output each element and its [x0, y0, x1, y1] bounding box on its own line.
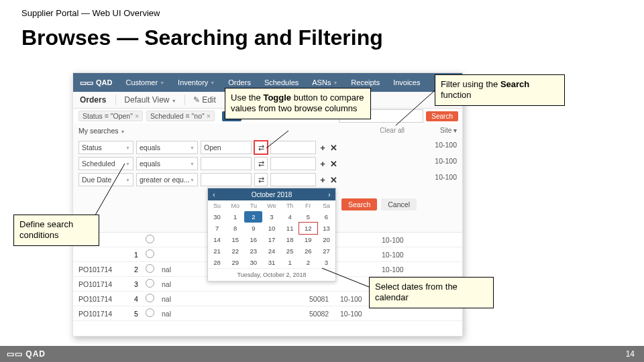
nav-receipts[interactable]: Receipts	[344, 78, 386, 86]
edit-link[interactable]: ✎ Edit	[188, 95, 221, 105]
nav-schedules[interactable]: Schedules	[258, 78, 305, 86]
field-select-1[interactable]: Status▼	[78, 141, 133, 154]
default-view-dropdown[interactable]: Default View ▼	[119, 95, 181, 105]
status-dot-icon	[146, 264, 154, 273]
callout-toggle: Use the Toggle button to compare values …	[225, 88, 371, 119]
remove-row-icon[interactable]: ✕	[329, 158, 337, 170]
criteria-cancel-button[interactable]: Cancel	[381, 198, 417, 210]
value2-input-3[interactable]	[270, 173, 316, 186]
calendar-week: 14151617181920	[208, 234, 335, 245]
field-select-2[interactable]: Scheduled▼	[78, 157, 133, 170]
remove-row-icon[interactable]: ✕	[329, 174, 337, 186]
operator-select-2[interactable]: equals▼	[136, 157, 198, 170]
nav-invoices[interactable]: Invoices	[386, 78, 427, 86]
toggle-button-1[interactable]: ⇄	[254, 141, 268, 154]
clear-all-link[interactable]: Clear all	[380, 127, 405, 134]
footer-logo: ▭▭ QAD	[0, 349, 52, 359]
nav-orders[interactable]: Orders	[221, 78, 258, 86]
remove-row-icon[interactable]: ✕	[329, 141, 337, 154]
my-searches-dropdown[interactable]: My searches ▼	[78, 127, 125, 135]
page-title: Browses — Searching and Filtering	[21, 25, 383, 50]
site-cell-2: 10-100	[425, 157, 457, 169]
status-dot-icon	[146, 249, 154, 258]
criteria-row-1: Status▼ equals▼ Open ⇄ + ✕	[78, 141, 337, 154]
criteria-panel: My searches ▼ Clear all Site ▾ Status▼ e…	[73, 123, 462, 233]
calendar-week: 28293031123	[208, 257, 335, 268]
browse-title: Orders	[73, 95, 113, 105]
slide-footer: ▭▭ QAD 14	[0, 346, 644, 362]
calendar-next-icon[interactable]: ›	[326, 191, 333, 198]
add-row-icon[interactable]: +	[319, 141, 327, 154]
calendar-week: 30123456	[208, 211, 335, 223]
criteria-search-button[interactable]: Search	[341, 198, 377, 210]
criteria-row-2: Scheduled▼ equals▼ ⇄ + ✕	[78, 157, 337, 170]
callout-search: Filter using the Search function	[435, 74, 565, 106]
add-row-icon[interactable]: +	[319, 174, 327, 186]
criteria-buttons: Search Cancel	[341, 198, 417, 210]
value-input-2[interactable]	[201, 157, 252, 170]
calendar-week: 78910111213	[208, 223, 335, 234]
calendar-dow: SuMoTuWeThFrSa	[208, 200, 335, 211]
calendar-week: 21222324252627	[208, 245, 335, 257]
brand-logo: ▭▭ QAD	[73, 78, 119, 87]
nav-asns[interactable]: ASNs ▼	[305, 78, 344, 86]
calendar-header: ‹ October 2018 ›	[208, 188, 335, 200]
operator-select-1[interactable]: equals▼	[136, 141, 198, 154]
callout-calendar: Select dates from the calendar	[369, 277, 494, 308]
site-cell-1: 10-100	[425, 141, 457, 153]
status-dot-icon	[146, 294, 154, 302]
criteria-row-3: Due Date▼ greater or equ...▼ ⇄ + ✕	[78, 173, 337, 186]
chip-status[interactable]: Status = "Open"×	[78, 111, 143, 121]
status-dot-icon	[146, 279, 154, 288]
table-row[interactable]: PO1017145nal5008210-100	[73, 306, 462, 321]
search-button[interactable]: Search	[426, 111, 458, 121]
value2-input-2[interactable]	[270, 157, 316, 170]
nav-inventory[interactable]: Inventory ▼	[171, 78, 221, 86]
add-row-icon[interactable]: +	[319, 158, 327, 170]
calendar-prev-icon[interactable]: ‹	[211, 191, 217, 198]
status-dot-icon	[146, 308, 154, 317]
calendar-footer[interactable]: Tuesday, October 2, 2018	[208, 268, 335, 281]
page-number: 14	[616, 349, 644, 359]
site-column-header[interactable]: Site ▾	[440, 127, 457, 134]
toggle-button-3[interactable]: ⇄	[254, 173, 268, 186]
chip-scheduled[interactable]: Scheduled = "no"×	[146, 111, 215, 121]
value-input-1[interactable]: Open	[201, 141, 252, 154]
nav-customer[interactable]: Customer ▼	[119, 78, 171, 86]
operator-select-3[interactable]: greater or equ...▼	[136, 173, 198, 186]
calendar-popup: ‹ October 2018 › SuMoTuWeThFrSa 30123456…	[207, 188, 336, 282]
callout-define: Define search conditions	[13, 215, 99, 246]
breadcrumb: Supplier Portal — Web UI Overview	[21, 8, 160, 18]
value2-input-1[interactable]	[270, 141, 316, 154]
field-select-3[interactable]: Due Date▼	[78, 173, 133, 186]
toggle-button-2[interactable]: ⇄	[254, 157, 268, 170]
status-dot-icon	[146, 235, 154, 243]
site-cell-3: 10-100	[425, 173, 457, 185]
value-input-3[interactable]	[201, 173, 252, 186]
